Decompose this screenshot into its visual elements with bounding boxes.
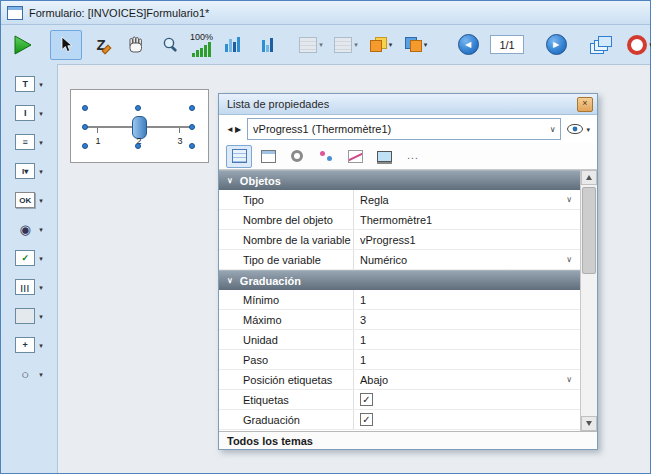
dropdown-arrow-icon[interactable]: ▾ xyxy=(39,313,43,320)
tool-combo-box[interactable]: I▾▾ xyxy=(15,163,43,179)
tool-radio-button[interactable]: ◉▾ xyxy=(15,221,43,237)
property-value-cell[interactable]: Abajo∨ xyxy=(353,370,580,389)
panel-footer[interactable]: Todos los temas xyxy=(219,431,597,449)
property-row[interactable]: Nombre del objetoThermomètre1 xyxy=(219,210,580,230)
scroll-up-button[interactable] xyxy=(581,170,597,185)
property-value-cell[interactable]: 1 xyxy=(353,290,580,309)
close-icon[interactable]: × xyxy=(577,97,593,112)
tool-list-box[interactable]: ≡▾ xyxy=(15,134,43,150)
property-value[interactable]: Thermomètre1 xyxy=(360,214,580,226)
property-row[interactable]: Etiquetas✓ xyxy=(219,390,580,410)
property-value[interactable]: 1 xyxy=(360,294,580,306)
pointer-tool-button[interactable] xyxy=(50,30,82,60)
chart-view-button[interactable] xyxy=(216,30,248,60)
selection-handle[interactable] xyxy=(189,143,195,149)
tool-splitter[interactable]: +▾ xyxy=(15,337,43,353)
run-button[interactable] xyxy=(6,30,38,60)
selection-handle[interactable] xyxy=(135,143,141,149)
window-titlebar[interactable]: Formulario: [INVOICES]Formulario1* xyxy=(1,1,650,25)
tool-button[interactable]: OK▾ xyxy=(15,192,43,208)
property-value-cell[interactable]: 1 xyxy=(353,330,580,349)
tab-colors[interactable] xyxy=(313,145,339,168)
property-value[interactable]: Numérico xyxy=(360,254,566,266)
section-header-objetos[interactable]: ∨Objetos xyxy=(219,170,580,190)
tool-toggle[interactable]: |||▾ xyxy=(15,279,43,295)
property-value[interactable]: 1 xyxy=(360,354,580,366)
property-row[interactable]: Máximo3 xyxy=(219,310,580,330)
dropdown-arrow-icon[interactable]: ▾ xyxy=(39,139,43,146)
property-value-cell[interactable]: ✓ xyxy=(353,410,580,429)
arrange-button[interactable]: ▾ xyxy=(400,30,432,60)
tool-shape[interactable]: ○▾ xyxy=(15,366,43,382)
property-row[interactable]: Mínimo1 xyxy=(219,290,580,310)
dropdown-chevron-icon[interactable]: ∨ xyxy=(566,195,572,204)
tab-curve[interactable] xyxy=(342,145,368,168)
property-value[interactable]: 1 xyxy=(360,334,580,346)
property-value-cell[interactable]: Thermomètre1 xyxy=(353,210,580,229)
next-page-button[interactable]: ▶ xyxy=(540,30,572,60)
dropdown-arrow-icon[interactable]: ▾ xyxy=(39,371,43,378)
section-header-graduacion[interactable]: ∨Graduación xyxy=(219,270,580,290)
stop-button[interactable]: ▾ xyxy=(624,30,651,60)
tool-panel[interactable]: ▾ xyxy=(15,308,43,324)
checkbox[interactable]: ✓ xyxy=(360,413,373,426)
selection-handle[interactable] xyxy=(82,143,88,149)
dropdown-arrow-icon[interactable]: ▾ xyxy=(39,342,43,349)
scroll-down-button[interactable] xyxy=(581,416,597,431)
grid-options-button[interactable]: ▾ xyxy=(295,30,327,60)
tab-more[interactable]: ... xyxy=(400,145,426,168)
dropdown-arrow-icon[interactable]: ▾ xyxy=(39,284,43,291)
property-value-cell[interactable]: 1 xyxy=(353,350,580,369)
dropdown-arrow-icon[interactable]: ▾ xyxy=(39,110,43,117)
property-row[interactable]: Tipo de variableNumérico∨ xyxy=(219,250,580,270)
tool-edit-field[interactable]: I▾ xyxy=(15,105,43,121)
tab-settings[interactable] xyxy=(284,145,310,168)
property-row[interactable]: TipoRegla∨ xyxy=(219,190,580,210)
property-value-cell[interactable]: 3 xyxy=(353,310,580,329)
property-value[interactable]: Regla xyxy=(360,194,566,206)
property-value-cell[interactable]: Regla∨ xyxy=(353,190,580,209)
tab-window[interactable] xyxy=(255,145,281,168)
tool-static-text[interactable]: T▾ xyxy=(15,76,43,92)
property-value[interactable]: 3 xyxy=(360,314,580,326)
dropdown-chevron-icon[interactable]: ∨ xyxy=(566,255,572,264)
prev-page-button[interactable]: ◀ xyxy=(452,30,484,60)
zoom-tool-button[interactable] xyxy=(155,30,187,60)
chart-view-button-2[interactable] xyxy=(251,30,283,60)
slider-control[interactable]: 123 xyxy=(70,89,209,163)
property-value-cell[interactable]: Numérico∨ xyxy=(353,250,580,269)
tab-order-tool-button[interactable]: Z xyxy=(85,30,117,60)
pan-tool-button[interactable] xyxy=(120,30,152,60)
property-row[interactable]: Paso1 xyxy=(219,350,580,370)
checkbox[interactable]: ✓ xyxy=(360,393,373,406)
object-selector-combo[interactable]: vProgress1 (Thermomètre1) ∨ xyxy=(247,118,561,140)
property-value[interactable]: vProgress1 xyxy=(360,234,580,246)
form-canvas[interactable]: 123 Lista de propiedades × ◄▶ vPr xyxy=(57,64,650,473)
panel-titlebar[interactable]: Lista de propiedades × xyxy=(219,94,597,115)
selection-handle[interactable] xyxy=(135,105,141,111)
property-row[interactable]: Posición etiquetasAbajo∨ xyxy=(219,370,580,390)
selection-handle[interactable] xyxy=(189,124,195,130)
scrollbar-track[interactable] xyxy=(581,185,597,416)
visibility-button[interactable]: ▾ xyxy=(566,123,590,135)
selection-handle[interactable] xyxy=(82,105,88,111)
scrollbar-thumb[interactable] xyxy=(582,187,596,274)
selection-handle[interactable] xyxy=(189,105,195,111)
dropdown-arrow-icon[interactable]: ▾ xyxy=(39,168,43,175)
prev-next-object-icons[interactable]: ◄▶ xyxy=(226,125,242,134)
property-row[interactable]: Nombre de la variablevProgress1 xyxy=(219,230,580,250)
dropdown-arrow-icon[interactable]: ▾ xyxy=(39,81,43,88)
tab-display[interactable] xyxy=(371,145,397,168)
dropdown-chevron-icon[interactable]: ∨ xyxy=(566,375,572,384)
dropdown-arrow-icon[interactable]: ▾ xyxy=(39,197,43,204)
windows-list-button[interactable] xyxy=(585,30,617,60)
zoom-control[interactable]: 100% xyxy=(190,28,213,62)
dropdown-arrow-icon[interactable]: ▾ xyxy=(39,226,43,233)
bring-to-front-button[interactable]: ▾ xyxy=(365,30,397,60)
property-row[interactable]: Graduación✓ xyxy=(219,410,580,430)
tab-properties[interactable] xyxy=(226,145,252,168)
vertical-scrollbar[interactable] xyxy=(580,170,597,431)
dropdown-arrow-icon[interactable]: ▾ xyxy=(39,255,43,262)
property-value-cell[interactable]: ✓ xyxy=(353,390,580,409)
property-value-cell[interactable]: vProgress1 xyxy=(353,230,580,249)
